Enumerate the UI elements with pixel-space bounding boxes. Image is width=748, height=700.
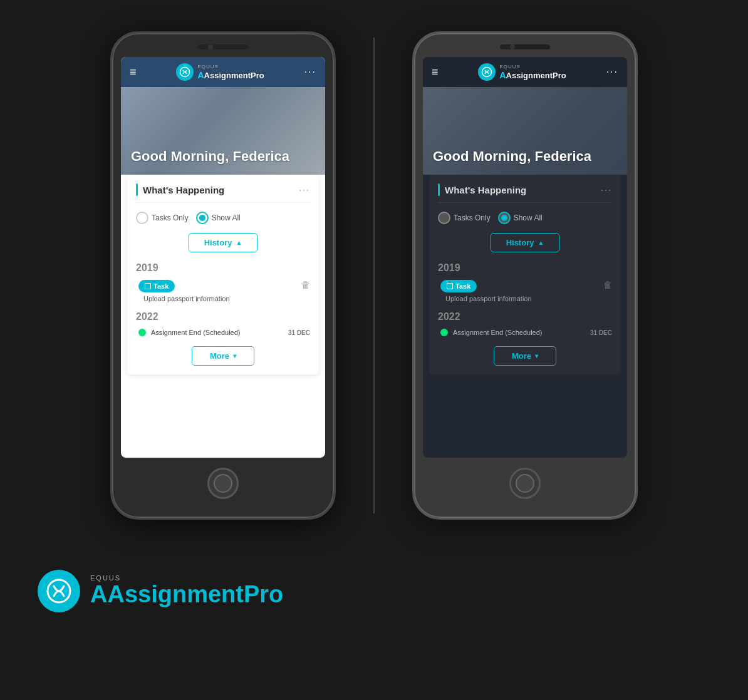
- card-header-light: What's Happening ···: [136, 183, 310, 203]
- history-button-dark[interactable]: History ▲: [491, 233, 560, 252]
- task-left-dark: Task Upload passport information: [440, 280, 532, 302]
- task-badge-dark[interactable]: Task: [440, 280, 477, 292]
- task-row-2019-dark: Task Upload passport information 🗑: [438, 280, 612, 302]
- assignment-row-light: Assignment End (Scheduled) 31 DEC: [136, 329, 310, 336]
- nav-more-icon-dark[interactable]: ···: [606, 66, 618, 78]
- task-text-light: Upload passport information: [138, 295, 230, 302]
- main-row: ≡ EQUUS AAssignmentPro: [0, 13, 748, 545]
- hero-dark: Good Morning, Federica: [423, 87, 627, 175]
- history-btn-row-light: History ▲: [136, 233, 310, 252]
- nav-logo-text-dark: EQUUS AAssignmentPro: [499, 64, 566, 81]
- radio-label-show-all-light: Show All: [212, 214, 241, 222]
- year-2022-light: 2022: [136, 311, 310, 322]
- phone-light: ≡ EQUUS AAssignmentPro: [110, 31, 336, 520]
- hamburger-icon-dark[interactable]: ≡: [432, 66, 439, 79]
- dot-green-dark: [440, 329, 448, 336]
- phone-screen-dark: ≡ EQUUS AAssignmentPro: [423, 57, 627, 458]
- year-2019-dark: 2019: [438, 262, 612, 274]
- radio-show-all-dark[interactable]: Show All: [498, 212, 543, 224]
- bottom-app-name: AAssignmentPro: [90, 582, 283, 608]
- card-light: What's Happening ··· Tasks Only Show All: [127, 175, 319, 374]
- card-title-row-light: What's Happening: [136, 183, 224, 196]
- radio-label-tasks-only-dark: Tasks Only: [454, 214, 491, 222]
- task-icon-light: [145, 283, 151, 289]
- home-button-dark[interactable]: [509, 468, 541, 499]
- card-title-dark: What's Happening: [445, 185, 526, 195]
- card-accent-bar-light: [136, 183, 138, 196]
- year-2019-light: 2019: [136, 262, 310, 274]
- radio-label-show-all-dark: Show All: [514, 214, 543, 222]
- history-btn-row-dark: History ▲: [438, 233, 612, 252]
- navbar-dark: ≡ EQUUS AAssignmentPro: [423, 57, 627, 87]
- nav-more-icon-light[interactable]: ···: [304, 66, 316, 78]
- card-accent-bar-dark: [438, 183, 440, 196]
- phones-separator: [373, 38, 375, 513]
- task-badge-light[interactable]: Task: [138, 280, 175, 292]
- home-button-light[interactable]: [207, 468, 239, 499]
- radio-circle-tasks-only-dark[interactable]: [438, 212, 450, 224]
- date-badge-light: 31 DEC: [288, 329, 310, 336]
- assignment-left-dark: Assignment End (Scheduled): [440, 329, 542, 336]
- chevron-down-icon-light: ▾: [233, 353, 236, 359]
- card-title-light: What's Happening: [143, 185, 224, 195]
- bottom-logo-text: EQUUS AAssignmentPro: [90, 574, 283, 608]
- hamburger-icon[interactable]: ≡: [130, 66, 137, 79]
- radio-show-all-light[interactable]: Show All: [196, 212, 241, 224]
- radio-tasks-only-dark[interactable]: Tasks Only: [438, 212, 491, 224]
- card-menu-dots-light[interactable]: ···: [299, 185, 310, 195]
- assignment-row-dark: Assignment End (Scheduled) 31 DEC: [438, 329, 612, 336]
- assignment-label-light: Assignment End (Scheduled): [151, 329, 240, 336]
- chevron-down-icon-dark: ▾: [535, 353, 538, 359]
- dot-green-light: [138, 329, 146, 336]
- delete-icon-2019-light[interactable]: 🗑: [301, 280, 310, 290]
- chevron-up-icon-light: ▲: [236, 239, 242, 246]
- home-button-inner-dark: [516, 474, 534, 493]
- radio-circle-show-all-light[interactable]: [196, 212, 209, 224]
- radio-row-dark: Tasks Only Show All: [438, 212, 612, 224]
- phone-notch-light: [198, 44, 248, 49]
- radio-circle-tasks-only-light[interactable]: [136, 212, 148, 224]
- hero-greeting-dark: Good Morning, Federica: [433, 148, 591, 165]
- year-2022-dark: 2022: [438, 311, 612, 322]
- bottom-logo-section: EQUUS AAssignmentPro: [0, 557, 748, 625]
- assignment-label-dark: Assignment End (Scheduled): [453, 329, 542, 336]
- card-title-row-dark: What's Happening: [438, 183, 526, 196]
- radio-label-tasks-only-light: Tasks Only: [152, 214, 189, 222]
- equus-logo-icon-dark: [478, 63, 496, 81]
- radio-row-light: Tasks Only Show All: [136, 212, 310, 224]
- phone-screen-light: ≡ EQUUS AAssignmentPro: [121, 57, 325, 458]
- card-header-dark: What's Happening ···: [438, 183, 612, 203]
- equus-logo-icon-light: [176, 63, 194, 81]
- phone-notch-dark: [500, 44, 550, 49]
- home-button-inner-light: [214, 474, 232, 493]
- navbar-light: ≡ EQUUS AAssignmentPro: [121, 57, 325, 87]
- bottom-logo-icon: [38, 570, 80, 612]
- radio-circle-show-all-dark[interactable]: [498, 212, 511, 224]
- hero-greeting-light: Good Morning, Federica: [131, 148, 289, 165]
- more-btn-row-light: More ▾: [136, 346, 310, 366]
- nav-logo-dark: EQUUS AAssignmentPro: [478, 63, 566, 81]
- hero-light: Good Morning, Federica: [121, 87, 325, 175]
- assignment-left-light: Assignment End (Scheduled): [138, 329, 240, 336]
- more-button-light[interactable]: More ▾: [192, 346, 254, 366]
- more-btn-row-dark: More ▾: [438, 346, 612, 366]
- card-dark: What's Happening ··· Tasks Only Show All: [429, 175, 621, 374]
- more-button-dark[interactable]: More ▾: [494, 346, 556, 366]
- chevron-up-icon-dark: ▲: [538, 239, 544, 246]
- task-text-dark: Upload passport information: [440, 295, 532, 302]
- delete-icon-2019-dark[interactable]: 🗑: [603, 280, 612, 290]
- task-left-light: Task Upload passport information: [138, 280, 230, 302]
- nav-logo-text-light: EQUUS AAssignmentPro: [197, 64, 264, 81]
- task-row-2019-light: Task Upload passport information 🗑: [136, 280, 310, 302]
- card-menu-dots-dark[interactable]: ···: [601, 185, 612, 195]
- history-button-light[interactable]: History ▲: [189, 233, 258, 252]
- task-icon-dark: [447, 283, 453, 289]
- date-badge-dark: 31 DEC: [590, 329, 612, 336]
- radio-tasks-only-light[interactable]: Tasks Only: [136, 212, 189, 224]
- nav-logo-light: EQUUS AAssignmentPro: [176, 63, 264, 81]
- phone-dark: ≡ EQUUS AAssignmentPro: [412, 31, 638, 520]
